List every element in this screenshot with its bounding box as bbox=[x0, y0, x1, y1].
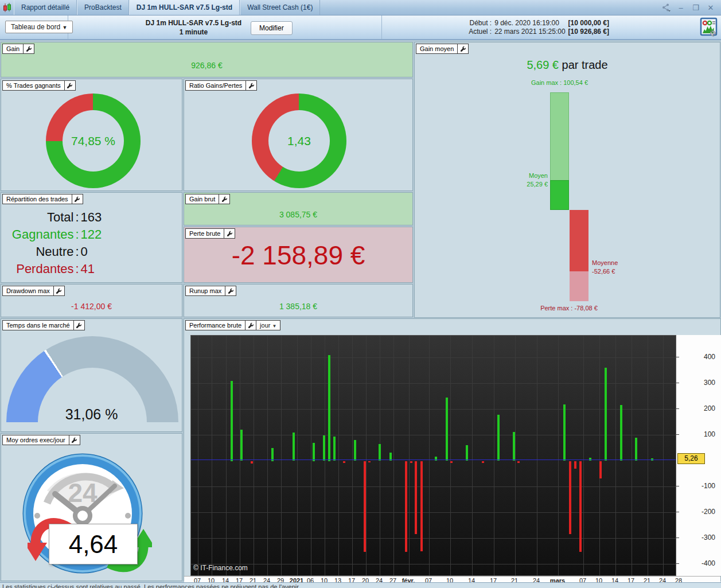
gain-moyen-headline: 5,69 € par trade bbox=[415, 59, 720, 72]
system-name: DJ 1m HULL-SAR v7.5 Lg-std bbox=[138, 18, 250, 28]
wrench-icon[interactable] bbox=[72, 194, 83, 204]
wrench-icon[interactable] bbox=[224, 228, 235, 239]
chart-bar bbox=[482, 461, 484, 463]
wrench-icon[interactable] bbox=[54, 286, 65, 296]
tab-probacktest[interactable]: ProBacktest bbox=[77, 0, 129, 15]
modify-button[interactable]: Modifier bbox=[251, 21, 293, 35]
panel-repartition-trades: Répartition des trades Total:163Gagnante… bbox=[1, 192, 182, 283]
grid-line bbox=[472, 336, 473, 575]
y-axis-label: -400 bbox=[701, 559, 715, 567]
chart-bar bbox=[605, 368, 607, 461]
chart-bar bbox=[368, 461, 371, 462]
chart-bar bbox=[450, 461, 453, 463]
tab-dj-1m-hull-sar[interactable]: DJ 1m HULL-SAR v7.5 Lg-std bbox=[129, 0, 240, 15]
grid-line bbox=[494, 336, 494, 575]
tab-wall-street-cash[interactable]: Wall Street Cash (1€) bbox=[240, 0, 320, 15]
report-settings-icon[interactable] bbox=[700, 17, 718, 38]
grid-line bbox=[267, 336, 268, 575]
grid-line bbox=[393, 336, 394, 575]
grid-line bbox=[191, 512, 676, 513]
chart-bar bbox=[620, 405, 622, 461]
chart-bar bbox=[343, 461, 345, 463]
panel-temps-marche-title: Temps dans le marché bbox=[2, 320, 74, 330]
panel-performance-brute: Performance brute jour ▼ © IT-Finance.co… bbox=[184, 318, 721, 581]
panel-repartition-title: Répartition des trades bbox=[2, 194, 72, 204]
panel-gain-moyen-title: Gain moyen bbox=[416, 44, 458, 54]
chart-bar bbox=[563, 404, 566, 461]
y-axis-label: -300 bbox=[701, 534, 715, 542]
chart-bar bbox=[446, 398, 448, 461]
grid-line bbox=[191, 435, 676, 435]
y-axis-tick bbox=[676, 383, 679, 383]
chart-bar bbox=[569, 461, 571, 534]
wrench-icon[interactable] bbox=[24, 44, 34, 54]
tab-bar: Rapport détaillé ProBacktest DJ 1m HULL-… bbox=[0, 0, 721, 15]
panel-drawdown-title: Drawdown max bbox=[2, 286, 54, 296]
wrench-icon[interactable] bbox=[458, 44, 469, 54]
chart-bar bbox=[231, 381, 233, 461]
wrench-icon[interactable] bbox=[246, 80, 257, 91]
trade-distribution-list: Total:163Gagnantes:122Neutre:0Perdantes:… bbox=[1, 209, 153, 278]
gain-brut-value: 3 085,75 € bbox=[184, 210, 412, 219]
chart-bar bbox=[328, 355, 330, 461]
grid-line bbox=[338, 336, 339, 575]
chart-bar bbox=[599, 461, 602, 478]
trade-distribution-row: Perdantes:41 bbox=[1, 260, 153, 278]
wrench-icon[interactable] bbox=[219, 194, 230, 204]
wrench-icon[interactable] bbox=[225, 286, 236, 296]
chart-bar bbox=[333, 437, 336, 461]
grid-line bbox=[191, 564, 676, 564]
chart-bar bbox=[251, 461, 253, 464]
chart-bar bbox=[313, 443, 315, 461]
grid-line bbox=[352, 336, 353, 575]
window-controls: – ❒ ✕ bbox=[661, 0, 721, 15]
system-timeframe: 1 minute bbox=[138, 28, 250, 37]
chart-bar bbox=[415, 461, 417, 534]
panel-pct-trades-title: % Trades gagnants bbox=[2, 80, 65, 91]
panel-runup-max: Runup max 1 385,18 € bbox=[184, 284, 413, 317]
trade-distribution-row: Total:163 bbox=[1, 209, 153, 226]
system-title: DJ 1m HULL-SAR v7.5 Lg-std 1 minute bbox=[138, 18, 250, 37]
wrench-icon[interactable] bbox=[65, 80, 76, 91]
time-in-market-value: 31,06 % bbox=[1, 406, 182, 423]
chart-bar bbox=[364, 461, 366, 552]
avg-orders-value: 4,64 bbox=[49, 524, 138, 564]
close-button[interactable]: ✕ bbox=[706, 3, 715, 12]
period-dropdown[interactable]: jour ▼ bbox=[256, 320, 280, 330]
dashboard-view-dropdown[interactable]: Tableau de bord ▼ bbox=[5, 21, 73, 33]
grid-line bbox=[615, 336, 616, 575]
maximize-button[interactable]: ❒ bbox=[691, 3, 700, 12]
wrench-icon[interactable] bbox=[69, 435, 80, 445]
wrench-icon[interactable] bbox=[74, 320, 85, 330]
trade-distribution-row: Neutre:0 bbox=[1, 243, 153, 260]
chart-bar bbox=[420, 461, 423, 551]
grid-line bbox=[311, 336, 311, 575]
grid-line bbox=[191, 538, 676, 539]
backtest-period-info: Début : 9 déc. 2020 16:19:00 [10 000,00 … bbox=[469, 19, 609, 36]
chart-bar bbox=[513, 432, 515, 461]
runup-value: 1 385,18 € bbox=[184, 302, 412, 311]
chart-bar bbox=[323, 435, 325, 461]
y-axis-label: -100 bbox=[701, 482, 715, 490]
minimize-button[interactable]: – bbox=[676, 3, 685, 12]
gain-moyen-value: 5,69 € bbox=[527, 59, 559, 71]
panel-runup-title: Runup max bbox=[185, 286, 225, 296]
panel-ratio-gains-pertes: Ratio Gains/Pertes 1,43 bbox=[184, 79, 413, 191]
wrench-icon[interactable] bbox=[245, 320, 256, 330]
panel-moy-ordres-title: Moy ordres exec/jour bbox=[2, 435, 69, 445]
ratio-donut: 1,43 bbox=[252, 94, 346, 188]
share-icon[interactable] bbox=[661, 3, 671, 12]
start-datetime: 9 déc. 2020 16:19:00 bbox=[494, 19, 565, 27]
panel-moy-ordres: Moy ordres exec/jour 24 bbox=[1, 433, 182, 581]
chart-bar bbox=[466, 445, 468, 461]
perte-brute-value: -2 158,89 € bbox=[184, 240, 412, 271]
pct-trades-donut: 74,85 % bbox=[46, 94, 141, 188]
chart-bar bbox=[405, 461, 407, 552]
loss-max-segment bbox=[570, 271, 589, 301]
loss-avg-label: Moyenne-52,66 € bbox=[592, 259, 644, 276]
tab-rapport-detaille[interactable]: Rapport détaillé bbox=[14, 0, 77, 15]
disclaimer-text: Les statistiques ci-dessus sont relative… bbox=[2, 583, 300, 588]
panel-gain: Gain 926,86 € bbox=[1, 42, 413, 77]
grid-line bbox=[558, 336, 559, 575]
panel-gain-brut-title: Gain brut bbox=[185, 194, 219, 204]
